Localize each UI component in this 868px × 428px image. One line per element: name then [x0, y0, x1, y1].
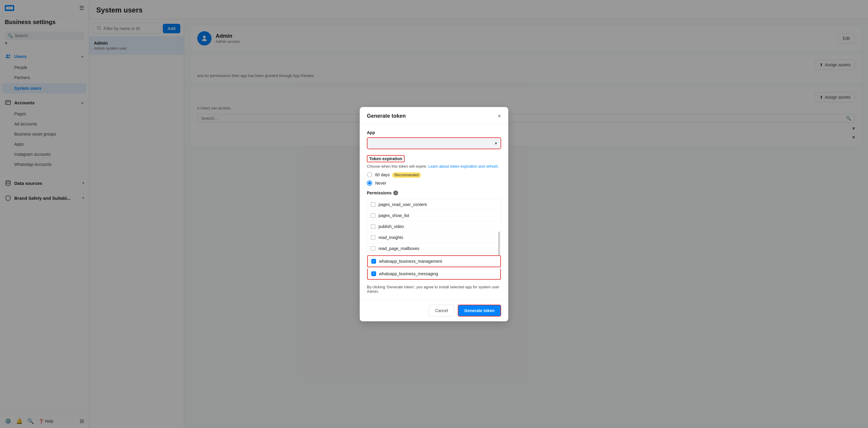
app-label: App	[367, 130, 501, 135]
consent-text: By clicking 'Generate token', you agree …	[367, 285, 501, 294]
perm-checkbox-publish-video[interactable]	[371, 224, 375, 229]
learn-more-link[interactable]: Learn about token expiration and refresh…	[428, 164, 499, 169]
token-expiry-desc: Choose when this token will expire. Lear…	[367, 164, 501, 169]
permissions-header: Permissions i	[367, 191, 501, 195]
perm-label-pages-read-user-content: pages_read_user_content	[378, 202, 427, 207]
perm-label-read-insights: read_insights	[378, 235, 403, 240]
modal-body: App ▾ Token expiration Choose when this …	[360, 124, 508, 299]
permissions-list-area: pages_read_user_content pages_show_list …	[367, 199, 501, 281]
permissions-section: Permissions i pages_read_user_content	[367, 191, 501, 281]
token-expiry-label: Token expiration	[367, 155, 405, 162]
perm-label-whatsapp-business-messaging: whatsapp_business_messaging	[379, 272, 438, 276]
perm-label-publish-video: publish_video	[378, 224, 404, 229]
perm-item-whatsapp-business-management[interactable]: ✓ whatsapp_business_management	[367, 255, 501, 267]
permissions-label: Permissions	[367, 191, 392, 195]
generate-token-button[interactable]: Generate token	[458, 305, 501, 317]
modal-header: Generate token ×	[360, 107, 508, 124]
token-expiry-section: Token expiration Choose when this token …	[367, 155, 501, 186]
perm-checkbox-whatsapp-business-management[interactable]: ✓	[371, 259, 376, 264]
radio-60days-input[interactable]	[367, 172, 372, 177]
scrollbar-thumb[interactable]	[498, 231, 500, 255]
permissions-list: pages_read_user_content pages_show_list …	[367, 199, 501, 281]
radio-never-label: Never	[375, 181, 386, 186]
cancel-button[interactable]: Cancel	[429, 305, 454, 317]
radio-never-input[interactable]	[367, 180, 372, 186]
perm-label-pages-show-list: pages_show_list	[378, 213, 409, 218]
perm-item-whatsapp-business-messaging[interactable]: ✓ whatsapp_business_messaging	[367, 268, 501, 280]
modal-overlay[interactable]: Generate token × App ▾ Token expiration …	[0, 0, 868, 428]
perm-item-read-page-mailboxes[interactable]: read_page_mailboxes	[367, 243, 501, 254]
perm-label-read-page-mailboxes: read_page_mailboxes	[378, 246, 420, 251]
radio-never[interactable]: Never	[367, 180, 501, 186]
perm-checkbox-read-insights[interactable]	[371, 235, 375, 240]
modal-title: Generate token	[367, 113, 406, 119]
perm-checkbox-whatsapp-business-messaging[interactable]: ✓	[371, 272, 376, 276]
perm-checkbox-read-page-mailboxes[interactable]	[371, 246, 375, 251]
perm-checkbox-pages-read-user-content[interactable]	[371, 202, 375, 207]
generate-token-modal: Generate token × App ▾ Token expiration …	[360, 107, 508, 321]
modal-footer: Cancel Generate token	[360, 299, 508, 321]
radio-60days[interactable]: 60 days Recommended	[367, 172, 501, 177]
perm-label-whatsapp-business-management: whatsapp_business_management	[379, 259, 442, 264]
modal-close-button[interactable]: ×	[498, 113, 501, 119]
perm-item-publish-video[interactable]: publish_video	[367, 221, 501, 232]
app-select-wrapper: ▾	[367, 137, 501, 149]
perm-item-pages-read-user-content[interactable]: pages_read_user_content	[367, 199, 501, 210]
recommended-badge: Recommended	[392, 172, 421, 178]
perm-item-read-insights[interactable]: read_insights	[367, 232, 501, 243]
info-icon: i	[393, 191, 398, 195]
radio-60days-label: 60 days Recommended	[375, 172, 421, 177]
app-select[interactable]	[368, 138, 500, 149]
perm-checkbox-pages-show-list[interactable]	[371, 213, 375, 218]
perm-item-pages-show-list[interactable]: pages_show_list	[367, 210, 501, 221]
